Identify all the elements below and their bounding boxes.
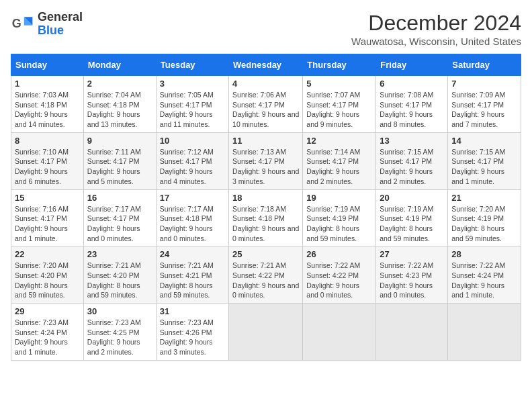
day-number: 19 <box>306 193 372 203</box>
calendar-cell: 9Sunrise: 7:11 AMSunset: 4:17 PMDaylight… <box>83 132 156 189</box>
day-number: 4 <box>232 79 299 89</box>
calendar-cell: 11Sunrise: 7:13 AMSunset: 4:17 PMDayligh… <box>229 132 303 189</box>
day-info: Sunrise: 7:20 AMSunset: 4:19 PMDaylight:… <box>451 204 517 244</box>
day-info: Sunrise: 7:19 AMSunset: 4:19 PMDaylight:… <box>380 204 444 244</box>
month-title: December 2024 <box>351 11 521 36</box>
day-info: Sunrise: 7:23 AMSunset: 4:26 PMDaylight:… <box>160 318 225 357</box>
day-number: 13 <box>380 136 444 146</box>
day-number: 3 <box>160 79 225 89</box>
day-number: 30 <box>87 306 152 316</box>
column-header-thursday: Thursday <box>303 54 376 76</box>
logo-blue: Blue <box>38 24 64 37</box>
day-number: 17 <box>160 193 225 203</box>
header-row: SundayMondayTuesdayWednesdayThursdayFrid… <box>11 54 521 76</box>
day-number: 11 <box>232 136 299 146</box>
day-info: Sunrise: 7:07 AMSunset: 4:17 PMDaylight:… <box>306 90 372 130</box>
calendar-cell: 30Sunrise: 7:23 AMSunset: 4:25 PMDayligh… <box>83 304 156 361</box>
day-info: Sunrise: 7:11 AMSunset: 4:17 PMDaylight:… <box>87 147 152 187</box>
logo: G General Blue <box>11 11 83 38</box>
day-number: 21 <box>451 193 517 203</box>
day-info: Sunrise: 7:03 AMSunset: 4:18 PMDaylight:… <box>15 90 80 130</box>
column-header-monday: Monday <box>83 54 156 76</box>
calendar-body: 1Sunrise: 7:03 AMSunset: 4:18 PMDaylight… <box>11 76 521 361</box>
day-info: Sunrise: 7:21 AMSunset: 4:21 PMDaylight:… <box>160 261 225 300</box>
day-number: 15 <box>15 193 80 203</box>
calendar-cell: 27Sunrise: 7:22 AMSunset: 4:23 PMDayligh… <box>376 246 448 304</box>
day-info: Sunrise: 7:22 AMSunset: 4:23 PMDaylight:… <box>380 261 444 300</box>
day-number: 2 <box>87 79 152 89</box>
calendar-cell: 13Sunrise: 7:15 AMSunset: 4:17 PMDayligh… <box>376 132 448 189</box>
calendar-cell: 12Sunrise: 7:14 AMSunset: 4:17 PMDayligh… <box>303 132 376 189</box>
day-number: 1 <box>15 79 80 89</box>
day-info: Sunrise: 7:18 AMSunset: 4:18 PMDaylight:… <box>232 204 299 244</box>
day-info: Sunrise: 7:17 AMSunset: 4:18 PMDaylight:… <box>160 204 225 244</box>
week-row-1: 1Sunrise: 7:03 AMSunset: 4:18 PMDaylight… <box>11 76 521 133</box>
calendar-cell: 29Sunrise: 7:23 AMSunset: 4:24 PMDayligh… <box>11 304 84 361</box>
calendar-cell: 19Sunrise: 7:19 AMSunset: 4:19 PMDayligh… <box>303 189 376 246</box>
day-number: 12 <box>306 136 372 146</box>
page-header: G General Blue December 2024 Wauwatosa, … <box>11 11 521 47</box>
day-info: Sunrise: 7:23 AMSunset: 4:25 PMDaylight:… <box>87 318 152 357</box>
calendar-cell: 15Sunrise: 7:16 AMSunset: 4:17 PMDayligh… <box>11 189 84 246</box>
day-info: Sunrise: 7:19 AMSunset: 4:19 PMDaylight:… <box>306 204 372 244</box>
calendar-cell <box>229 304 303 361</box>
title-block: December 2024 Wauwatosa, Wisconsin, Unit… <box>351 11 521 47</box>
day-info: Sunrise: 7:13 AMSunset: 4:17 PMDaylight:… <box>232 147 299 187</box>
calendar-cell: 14Sunrise: 7:15 AMSunset: 4:17 PMDayligh… <box>448 132 521 189</box>
logo-icon: G <box>11 12 35 36</box>
day-number: 22 <box>15 249 80 259</box>
calendar-header: SundayMondayTuesdayWednesdayThursdayFrid… <box>11 54 521 76</box>
day-number: 23 <box>87 249 152 259</box>
day-info: Sunrise: 7:15 AMSunset: 4:17 PMDaylight:… <box>380 147 444 187</box>
day-info: Sunrise: 7:16 AMSunset: 4:17 PMDaylight:… <box>15 204 80 244</box>
day-info: Sunrise: 7:21 AMSunset: 4:20 PMDaylight:… <box>87 261 152 300</box>
calendar-cell: 18Sunrise: 7:18 AMSunset: 4:18 PMDayligh… <box>229 189 303 246</box>
calendar-cell: 20Sunrise: 7:19 AMSunset: 4:19 PMDayligh… <box>376 189 448 246</box>
day-info: Sunrise: 7:15 AMSunset: 4:17 PMDaylight:… <box>451 147 517 187</box>
calendar-cell <box>376 304 448 361</box>
week-row-4: 22Sunrise: 7:20 AMSunset: 4:20 PMDayligh… <box>11 246 521 304</box>
calendar-cell: 31Sunrise: 7:23 AMSunset: 4:26 PMDayligh… <box>156 304 228 361</box>
calendar-cell: 28Sunrise: 7:22 AMSunset: 4:24 PMDayligh… <box>448 246 521 304</box>
calendar-cell: 24Sunrise: 7:21 AMSunset: 4:21 PMDayligh… <box>156 246 228 304</box>
calendar-cell: 4Sunrise: 7:06 AMSunset: 4:17 PMDaylight… <box>229 76 303 133</box>
calendar-cell: 21Sunrise: 7:20 AMSunset: 4:19 PMDayligh… <box>448 189 521 246</box>
week-row-3: 15Sunrise: 7:16 AMSunset: 4:17 PMDayligh… <box>11 189 521 246</box>
calendar-table: SundayMondayTuesdayWednesdayThursdayFrid… <box>11 54 521 361</box>
svg-text:G: G <box>12 17 21 30</box>
day-info: Sunrise: 7:05 AMSunset: 4:17 PMDaylight:… <box>160 90 225 130</box>
day-info: Sunrise: 7:06 AMSunset: 4:17 PMDaylight:… <box>232 90 299 130</box>
calendar-cell <box>448 304 521 361</box>
day-number: 27 <box>380 249 444 259</box>
day-info: Sunrise: 7:23 AMSunset: 4:24 PMDaylight:… <box>15 318 80 357</box>
day-info: Sunrise: 7:10 AMSunset: 4:17 PMDaylight:… <box>15 147 80 187</box>
day-info: Sunrise: 7:12 AMSunset: 4:17 PMDaylight:… <box>160 147 225 187</box>
column-header-wednesday: Wednesday <box>229 54 303 76</box>
location: Wauwatosa, Wisconsin, United States <box>351 36 521 47</box>
calendar-cell: 10Sunrise: 7:12 AMSunset: 4:17 PMDayligh… <box>156 132 228 189</box>
day-info: Sunrise: 7:14 AMSunset: 4:17 PMDaylight:… <box>306 147 372 187</box>
calendar-cell: 23Sunrise: 7:21 AMSunset: 4:20 PMDayligh… <box>83 246 156 304</box>
calendar-cell: 16Sunrise: 7:17 AMSunset: 4:17 PMDayligh… <box>83 189 156 246</box>
day-number: 26 <box>306 249 372 259</box>
day-number: 14 <box>451 136 517 146</box>
calendar-cell: 17Sunrise: 7:17 AMSunset: 4:18 PMDayligh… <box>156 189 228 246</box>
day-number: 31 <box>160 306 225 316</box>
week-row-5: 29Sunrise: 7:23 AMSunset: 4:24 PMDayligh… <box>11 304 521 361</box>
calendar-cell: 6Sunrise: 7:08 AMSunset: 4:17 PMDaylight… <box>376 76 448 133</box>
column-header-sunday: Sunday <box>11 54 84 76</box>
day-number: 8 <box>15 136 80 146</box>
day-info: Sunrise: 7:08 AMSunset: 4:17 PMDaylight:… <box>380 90 444 130</box>
calendar-cell: 3Sunrise: 7:05 AMSunset: 4:17 PMDaylight… <box>156 76 228 133</box>
calendar-cell <box>303 304 376 361</box>
day-number: 29 <box>15 306 80 316</box>
column-header-saturday: Saturday <box>448 54 521 76</box>
day-info: Sunrise: 7:22 AMSunset: 4:24 PMDaylight:… <box>451 261 517 300</box>
day-info: Sunrise: 7:09 AMSunset: 4:17 PMDaylight:… <box>451 90 517 130</box>
calendar-cell: 5Sunrise: 7:07 AMSunset: 4:17 PMDaylight… <box>303 76 376 133</box>
day-info: Sunrise: 7:17 AMSunset: 4:17 PMDaylight:… <box>87 204 152 244</box>
day-number: 24 <box>160 249 225 259</box>
calendar-cell: 25Sunrise: 7:21 AMSunset: 4:22 PMDayligh… <box>229 246 303 304</box>
week-row-2: 8Sunrise: 7:10 AMSunset: 4:17 PMDaylight… <box>11 132 521 189</box>
column-header-friday: Friday <box>376 54 448 76</box>
